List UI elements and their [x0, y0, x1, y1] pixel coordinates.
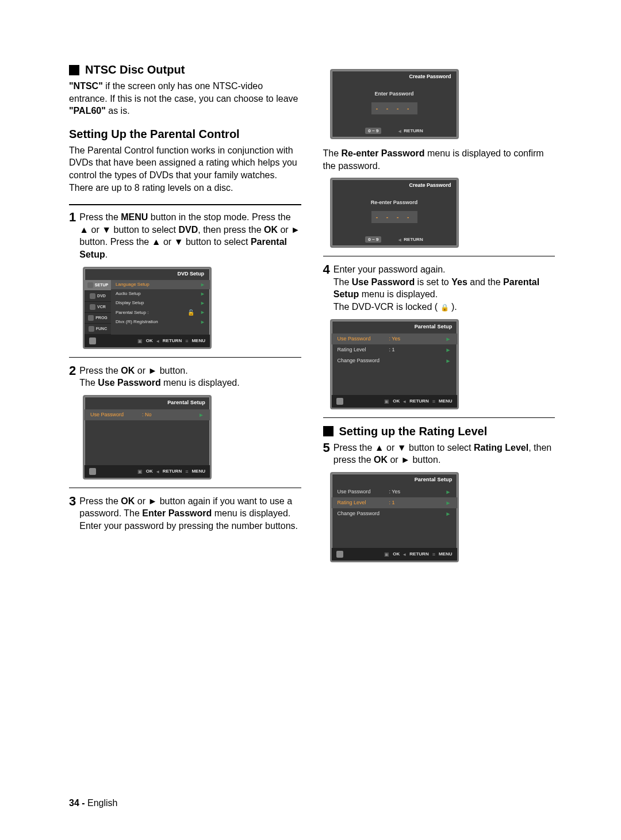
- osd-footer: ▣OK ◂RETURN ≡MENU: [85, 465, 210, 478]
- step-4: 4 Enter your password again. The Use Pas…: [323, 263, 555, 313]
- osd-create-password-enter: Create Password Enter Password - - - - 0…: [330, 69, 459, 139]
- range-chip: 0 ~ 9: [365, 236, 381, 243]
- sidebar-tab-vcr: VCR: [85, 302, 111, 313]
- down-arrow-icon: [174, 237, 183, 247]
- step-5-body: Press the or button to select Rating Lev…: [334, 442, 555, 466]
- osd-title: Create Password: [332, 71, 457, 87]
- return-glyph-icon: ◂: [398, 128, 401, 134]
- osd-footer: ▣OK ◂RETURN ≡MENU: [332, 395, 457, 408]
- osd-message: Re-enter Password: [332, 196, 457, 208]
- step-number: 3: [69, 495, 76, 532]
- menu-glyph-icon: ≡: [185, 469, 188, 474]
- osd-sidebar: SETUP DVD VCR PROG FUNC: [85, 280, 111, 335]
- return-glyph-icon: ◂: [403, 398, 406, 404]
- sidebar-tab-dvd: DVD: [85, 291, 111, 302]
- parental-paragraph: The Parental Control function works in c…: [69, 144, 301, 194]
- right-arrow-icon: [200, 291, 205, 297]
- pal60-bold: "PAL60": [69, 106, 106, 116]
- enter-glyph-icon: ▣: [137, 469, 143, 474]
- return-glyph-icon: ◂: [156, 338, 159, 344]
- osd-menu-list: Language Setup Audio Setup Display Setup…: [111, 280, 210, 335]
- menu-item-use-password: Use Password: Yes: [332, 486, 457, 497]
- menu-item-divx: Divx (R) Registration: [111, 317, 210, 327]
- menu-glyph-icon: ≡: [185, 338, 188, 344]
- return-glyph-icon: ◂: [403, 551, 406, 557]
- left-column: NTSC Disc Output "NTSC" if the screen on…: [69, 63, 301, 570]
- ntsc-title: NTSC Disc Output: [85, 63, 185, 76]
- up-arrow-icon: [152, 237, 161, 247]
- step-3-body: Press the OK or button again if you want…: [79, 495, 301, 532]
- divider: [69, 357, 301, 358]
- right-arrow-icon: [200, 300, 205, 306]
- ntsc-paragraph: "NTSC" if the screen only has one NTSC-v…: [69, 80, 301, 117]
- down-arrow-icon: [397, 443, 407, 452]
- osd-dvd-setup: DVD Setup SETUP DVD VCR PROG FUNC Langua…: [83, 267, 212, 349]
- step-1-body: Press the MENU button in the stop mode. …: [79, 211, 301, 260]
- osd-title: Parental Setup: [85, 397, 210, 409]
- ntsc-bold: "NTSC": [69, 81, 103, 91]
- step-number: 1: [69, 211, 76, 260]
- down-arrow-icon: [102, 225, 111, 235]
- step-2-body: Press the OK or button. The Use Password…: [79, 365, 301, 389]
- osd-create-password-reenter: Create Password Re-enter Password - - - …: [330, 178, 459, 248]
- osd-message: Enter Password: [332, 87, 457, 99]
- right-arrow-icon: [200, 309, 205, 315]
- right-arrow-icon: [200, 319, 205, 325]
- osd-title: Parental Setup: [332, 474, 457, 486]
- step-4-body: Enter your password again. The Use Passw…: [334, 263, 555, 313]
- osd-title: Parental Setup: [332, 321, 457, 333]
- right-arrow-icon: [446, 489, 451, 495]
- menu-item-language: Language Setup: [111, 280, 210, 289]
- osd-parental-setup: Parental Setup Use Password : No ▣OK ◂RE…: [83, 395, 212, 480]
- right-arrow-icon: [446, 347, 451, 353]
- enter-glyph-icon: ▣: [137, 338, 143, 344]
- parental-title: Setting Up the Parental Control: [69, 128, 301, 141]
- reenter-text: The Re-enter Password menu is displayed …: [323, 147, 555, 172]
- prog-icon: [88, 315, 94, 321]
- menu-item-change-password: Change Password: [332, 355, 457, 366]
- menu-item-change-password: Change Password: [332, 508, 457, 519]
- right-arrow-icon: [446, 358, 451, 364]
- return-glyph-icon: ◂: [156, 469, 159, 474]
- step-number: 2: [69, 365, 76, 389]
- menu-item-audio: Audio Setup: [111, 289, 210, 298]
- dpad-icon: [336, 398, 343, 405]
- page-footer: 34 - English: [69, 798, 118, 808]
- step-number: 4: [323, 263, 330, 313]
- setup-icon: [87, 282, 93, 288]
- lock-icon: [440, 302, 449, 312]
- menu-item-use-password: Use Password: Yes: [332, 333, 457, 344]
- vcr-icon: [90, 304, 95, 310]
- step-number: 5: [323, 442, 330, 466]
- range-chip: 0 ~ 9: [365, 128, 381, 134]
- page-number: 34 -: [69, 798, 85, 808]
- ntsc-heading: NTSC Disc Output: [69, 63, 301, 76]
- menu-item-display: Display Setup: [111, 298, 210, 308]
- step-2: 2 Press the OK or button. The Use Passwo…: [69, 365, 301, 389]
- step-3: 3 Press the OK or button again if you wa…: [69, 495, 301, 532]
- osd-footer: ▣OK ◂RETURN ≡MENU: [85, 335, 210, 347]
- divider: [69, 204, 301, 205]
- up-arrow-icon: [375, 443, 384, 452]
- square-bullet-icon: [69, 65, 79, 75]
- osd-password-dashes: - - - -: [371, 102, 417, 114]
- osd-parental-setup-yes: Parental Setup Use Password: Yes Rating …: [330, 319, 459, 409]
- up-arrow-icon: [79, 225, 89, 235]
- rating-title: Setting up the Rating Level: [339, 425, 488, 438]
- right-arrow-icon: [446, 511, 451, 517]
- divider: [323, 417, 555, 418]
- divider: [69, 488, 301, 488]
- right-arrow-icon: [401, 455, 410, 465]
- right-column: Create Password Enter Password - - - - 0…: [323, 63, 555, 570]
- return-glyph-icon: ◂: [398, 237, 401, 243]
- osd-password-dashes: - - - -: [371, 211, 417, 223]
- menu-item-parental: Parental Setup :: [111, 308, 210, 317]
- return-label: ◂RETURN: [398, 128, 423, 134]
- right-arrow-icon: [148, 496, 157, 506]
- menu-item-rating-level: Rating Level: 1: [332, 497, 457, 508]
- menu-item-use-password: Use Password : No: [85, 409, 210, 420]
- func-icon: [89, 326, 94, 332]
- page-language: English: [87, 798, 117, 808]
- square-bullet-icon: [323, 426, 334, 436]
- osd-title: DVD Setup: [85, 269, 210, 280]
